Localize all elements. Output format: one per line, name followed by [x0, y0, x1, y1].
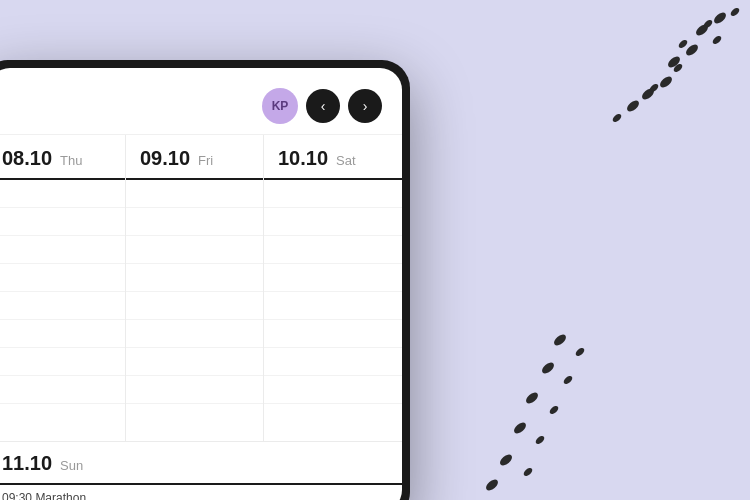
time-slot	[264, 180, 402, 208]
day-body-1	[0, 180, 125, 441]
svg-point-22	[498, 452, 514, 467]
day-name-1: Thu	[60, 153, 82, 168]
day-column-2: 09.10 Fri	[126, 135, 264, 441]
time-slot	[264, 236, 402, 264]
day-name-2: Fri	[198, 153, 213, 168]
svg-point-10	[672, 62, 684, 73]
chevron-left-icon: ‹	[321, 98, 326, 114]
tablet-screen: KP ‹ › 08.10 Thu	[0, 68, 402, 500]
extended-day-header: 11.10 Sun	[0, 442, 402, 485]
day-body-2	[126, 180, 263, 441]
day-column-3: 10.10 Sat	[264, 135, 402, 441]
marathon-event[interactable]: 09:30 Marathon	[0, 485, 402, 500]
day-date-3: 10.10	[278, 147, 328, 170]
time-slot	[264, 376, 402, 404]
day-header-2: 09.10 Fri	[126, 135, 263, 180]
day-header-1: 08.10 Thu	[0, 135, 125, 180]
svg-point-9	[677, 38, 689, 49]
event-title: Marathon	[35, 491, 86, 500]
calendar-app: KP ‹ › 08.10 Thu	[0, 68, 402, 500]
svg-point-20	[512, 420, 528, 435]
footprints-top-decoration	[450, 0, 750, 160]
svg-point-15	[574, 346, 586, 357]
time-slot	[0, 348, 125, 376]
prev-button[interactable]: ‹	[306, 89, 340, 123]
svg-point-1	[694, 22, 710, 37]
day-header-3: 10.10 Sat	[264, 135, 402, 180]
svg-point-5	[640, 86, 656, 101]
day-date-2: 09.10	[140, 147, 190, 170]
time-slot	[126, 236, 263, 264]
time-slot	[264, 320, 402, 348]
time-slot	[0, 264, 125, 292]
calendar-grid: 08.10 Thu	[0, 135, 402, 441]
svg-point-13	[611, 112, 623, 123]
tablet-device: KP ‹ › 08.10 Thu	[0, 60, 410, 500]
svg-point-4	[658, 74, 674, 89]
svg-point-0	[712, 10, 728, 25]
user-avatar[interactable]: KP	[262, 88, 298, 124]
next-button[interactable]: ›	[348, 89, 382, 123]
bottom-section: 11.10 Sun 09:30 Marathon	[0, 441, 402, 500]
svg-point-7	[711, 34, 723, 45]
extended-day: 11.10 Sun 09:30 Marathon	[0, 442, 402, 500]
time-slot	[126, 292, 263, 320]
time-slot	[126, 180, 263, 208]
calendar-header: KP ‹ ›	[0, 68, 402, 135]
time-slot	[0, 236, 125, 264]
time-slot	[264, 348, 402, 376]
svg-point-12	[625, 98, 641, 113]
day-column-1: 08.10 Thu	[0, 135, 126, 441]
svg-point-19	[548, 404, 560, 415]
time-slot	[126, 348, 263, 376]
svg-point-17	[562, 374, 574, 385]
day-body-3	[264, 180, 402, 441]
svg-point-3	[666, 54, 682, 69]
day-name-3: Sat	[336, 153, 356, 168]
time-slot	[126, 376, 263, 404]
svg-point-14	[552, 332, 568, 347]
time-slot	[264, 208, 402, 236]
svg-point-23	[522, 466, 534, 477]
time-slot	[0, 376, 125, 404]
svg-point-2	[684, 42, 700, 57]
time-slot	[0, 180, 125, 208]
svg-point-18	[524, 390, 540, 405]
time-slot	[126, 264, 263, 292]
extended-day-date: 11.10	[2, 452, 52, 475]
time-slot	[0, 208, 125, 236]
event-time: 09:30	[2, 491, 32, 500]
chevron-right-icon: ›	[363, 98, 368, 114]
svg-point-24	[484, 477, 500, 492]
svg-point-6	[729, 6, 741, 17]
time-slot	[0, 320, 125, 348]
time-slot	[0, 292, 125, 320]
time-slot	[126, 208, 263, 236]
time-slot	[126, 320, 263, 348]
svg-point-11	[648, 82, 660, 93]
time-slot	[264, 292, 402, 320]
extended-day-name: Sun	[60, 458, 83, 473]
svg-point-8	[702, 18, 714, 29]
svg-point-21	[534, 434, 546, 445]
svg-point-16	[540, 360, 556, 375]
footprints-bottom-decoration	[470, 320, 670, 500]
day-date-1: 08.10	[2, 147, 52, 170]
time-slot	[264, 264, 402, 292]
